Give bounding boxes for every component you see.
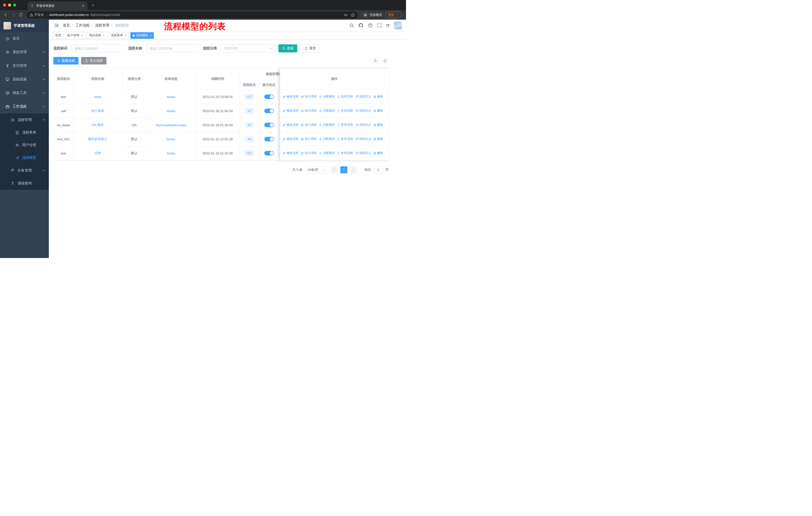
active-toggle[interactable] bbox=[264, 123, 274, 127]
sidebar-item-task-management[interactable]: 任务管理 bbox=[0, 164, 49, 177]
window-controls[interactable] bbox=[3, 3, 16, 6]
breadcrumb-workflow[interactable]: 工作流程 bbox=[76, 23, 90, 28]
action-design-link[interactable]: 设计流程 bbox=[301, 137, 317, 141]
action-design-link[interactable]: 设计流程 bbox=[301, 123, 317, 127]
help-icon[interactable] bbox=[368, 23, 373, 28]
refresh-table-button[interactable] bbox=[381, 57, 388, 64]
form-info-link[interactable]: /bpm/oa/leave/create bbox=[156, 123, 186, 127]
sidebar-logo[interactable]: 芋道管理系统 bbox=[0, 20, 49, 32]
reload-icon[interactable] bbox=[18, 11, 24, 18]
sidebar-item-process-model[interactable]: 流程模型 bbox=[0, 152, 49, 164]
sidebar-item-home[interactable]: 首页 bbox=[0, 32, 49, 45]
action-define-link[interactable]: 流程定义 bbox=[355, 109, 371, 113]
sidebar-item-payment[interactable]: 支付管理 bbox=[0, 59, 49, 73]
browser-menu-icon[interactable]: ⋮ bbox=[396, 13, 399, 17]
new-tab-button[interactable]: ＋ bbox=[91, 2, 95, 8]
fullscreen-icon[interactable] bbox=[377, 23, 382, 28]
active-toggle[interactable] bbox=[264, 109, 274, 113]
close-icon[interactable]: × bbox=[150, 33, 152, 37]
create-process-button[interactable]: 新建流程 bbox=[53, 57, 79, 64]
reset-button[interactable]: 重置 bbox=[300, 44, 320, 52]
breadcrumb-process-management[interactable]: 流程管理 bbox=[95, 23, 109, 28]
tag-my-process[interactable]: 我的流程× bbox=[87, 32, 107, 39]
form-info-link[interactable]: biubiu bbox=[167, 109, 175, 113]
action-publish-link[interactable]: 发布流程 bbox=[337, 123, 353, 127]
password-key-icon[interactable] bbox=[344, 13, 348, 17]
action-design-link[interactable]: 设计流程 bbox=[301, 109, 317, 113]
action-assign-link[interactable]: 分配规则 bbox=[319, 151, 335, 155]
action-assign-link[interactable]: 分配规则 bbox=[319, 109, 335, 113]
breadcrumb-home[interactable]: 首页 bbox=[63, 23, 70, 28]
browser-update-button[interactable]: 更新 ⋮ bbox=[385, 11, 402, 18]
forward-icon[interactable] bbox=[10, 11, 17, 18]
process-name-input[interactable] bbox=[146, 44, 199, 52]
action-publish-link[interactable]: 发布流程 bbox=[337, 137, 353, 141]
form-info-link[interactable]: biubiu bbox=[167, 95, 175, 99]
process-name-link[interactable]: 滔博 bbox=[94, 151, 101, 155]
action-assign-link[interactable]: 分配规则 bbox=[319, 94, 335, 99]
sidebar-item-devtools[interactable]: 研发工具 bbox=[0, 86, 49, 100]
tag-process-form[interactable]: 流程表单× bbox=[109, 32, 129, 39]
process-name-link[interactable]: OA 请假 bbox=[92, 123, 104, 127]
form-info-link[interactable]: biubiu bbox=[167, 137, 175, 141]
action-delete-link[interactable]: 删除 bbox=[373, 109, 383, 113]
font-size-icon[interactable]: tT bbox=[386, 23, 389, 27]
action-edit-link[interactable]: 修改流程 bbox=[283, 137, 298, 141]
sidebar-item-system[interactable]: 系统管理 bbox=[0, 45, 49, 59]
sidebar-item-leave-query[interactable]: 请假查询 bbox=[0, 177, 49, 190]
maximize-window-button[interactable] bbox=[13, 3, 16, 6]
process-name-link[interactable]: 自己审批 bbox=[91, 109, 104, 113]
process-name-link[interactable]: 测试多审批人 bbox=[88, 137, 108, 141]
close-icon[interactable]: × bbox=[81, 33, 83, 37]
sidebar-item-process-form[interactable]: 流程表单 bbox=[0, 126, 49, 139]
sidebar-item-workflow[interactable]: 工作流程 bbox=[0, 100, 49, 113]
sidebar-item-infrastructure[interactable]: 基础设施 bbox=[0, 73, 49, 86]
back-icon[interactable] bbox=[2, 11, 9, 18]
active-toggle[interactable] bbox=[264, 151, 274, 156]
browser-tab[interactable]: 芋道管理系统 ✕ bbox=[28, 1, 88, 10]
github-icon[interactable] bbox=[358, 23, 364, 28]
action-edit-link[interactable]: 修改流程 bbox=[283, 94, 298, 99]
action-edit-link[interactable]: 修改流程 bbox=[283, 123, 298, 127]
hamburger-icon[interactable] bbox=[53, 22, 60, 29]
next-page-button[interactable] bbox=[350, 166, 357, 173]
close-icon[interactable]: × bbox=[103, 33, 105, 37]
process-name-link[interactable]: eeee bbox=[94, 95, 102, 99]
action-publish-link[interactable]: 发布流程 bbox=[337, 109, 353, 113]
tag-tenant[interactable]: 租户管理× bbox=[65, 32, 85, 39]
action-publish-link[interactable]: 发布流程 bbox=[337, 94, 353, 99]
action-define-link[interactable]: 流程定义 bbox=[355, 94, 371, 99]
toggle-search-button[interactable] bbox=[372, 57, 379, 64]
action-define-link[interactable]: 流程定义 bbox=[355, 151, 371, 155]
action-design-link[interactable]: 设计流程 bbox=[301, 151, 317, 155]
close-icon[interactable]: × bbox=[124, 33, 126, 37]
action-define-link[interactable]: 流程定义 bbox=[355, 123, 371, 127]
process-key-input[interactable] bbox=[71, 44, 124, 52]
goto-page-input[interactable] bbox=[373, 166, 384, 173]
tag-home[interactable]: 首页 bbox=[53, 32, 63, 39]
active-toggle[interactable] bbox=[264, 137, 274, 141]
url-bar[interactable]: 不安全 dashboard.yudao.iocoder.cn/bpm/manag… bbox=[27, 11, 358, 19]
action-delete-link[interactable]: 删除 bbox=[373, 123, 383, 127]
action-edit-link[interactable]: 修改流程 bbox=[283, 151, 298, 155]
page-number-button[interactable]: 1 bbox=[340, 166, 347, 173]
minimize-window-button[interactable] bbox=[8, 3, 11, 6]
search-button[interactable]: 搜索 bbox=[279, 44, 297, 52]
tag-process-model[interactable]: 流程模型× bbox=[130, 32, 154, 39]
tab-close-icon[interactable]: ✕ bbox=[81, 4, 85, 8]
category-select[interactable]: 流程分类 bbox=[221, 44, 275, 52]
form-info-link[interactable]: biubiu bbox=[167, 152, 175, 155]
header-search-icon[interactable] bbox=[349, 23, 354, 28]
security-warning[interactable]: 不安全 bbox=[30, 13, 44, 17]
action-define-link[interactable]: 流程定义 bbox=[355, 137, 371, 141]
sidebar-item-process-management[interactable]: 流程管理 bbox=[0, 113, 49, 126]
active-toggle[interactable] bbox=[264, 94, 274, 99]
action-publish-link[interactable]: 发布流程 bbox=[337, 151, 353, 155]
bookmark-star-icon[interactable] bbox=[351, 13, 355, 17]
action-delete-link[interactable]: 删除 bbox=[373, 137, 383, 141]
action-delete-link[interactable]: 删除 bbox=[373, 151, 383, 155]
user-avatar[interactable] bbox=[394, 21, 402, 29]
action-delete-link[interactable]: 删除 bbox=[373, 94, 383, 99]
action-assign-link[interactable]: 分配规则 bbox=[319, 137, 335, 141]
page-size-select[interactable]: 10条/页 bbox=[305, 166, 328, 173]
